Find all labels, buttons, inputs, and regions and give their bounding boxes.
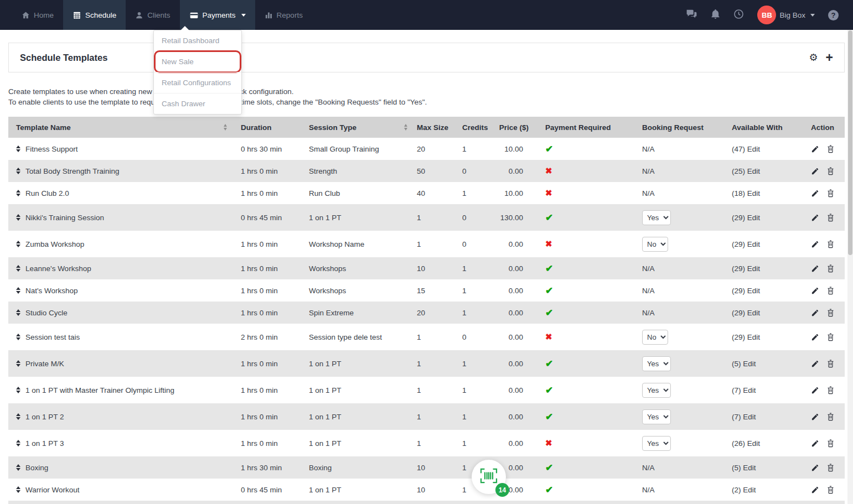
sort-icon[interactable] (404, 124, 407, 131)
edit-pencil-icon[interactable] (811, 464, 819, 472)
available-with-link[interactable]: (27) Edit (722, 501, 803, 504)
account-menu[interactable]: BB Big Box (757, 6, 815, 24)
delete-trash-icon[interactable] (826, 308, 835, 317)
available-with-link[interactable]: (29) Edit (722, 231, 803, 257)
drag-handle-icon[interactable] (16, 146, 20, 152)
drag-handle-icon[interactable] (16, 413, 20, 420)
delete-trash-icon[interactable] (826, 412, 835, 421)
menu-item-retail-dashboard[interactable]: Retail Dashboard (154, 30, 241, 51)
edit-pencil-icon[interactable] (811, 287, 819, 295)
delete-trash-icon[interactable] (826, 386, 835, 394)
delete-trash-icon[interactable] (826, 144, 835, 153)
nav-label-home: Home (34, 11, 54, 19)
drag-handle-icon[interactable] (16, 214, 20, 221)
edit-pencil-icon[interactable] (811, 413, 819, 421)
delete-trash-icon[interactable] (826, 439, 835, 448)
available-with-link[interactable]: (5) Edit (722, 350, 803, 377)
delete-trash-icon[interactable] (826, 463, 835, 472)
available-with-link[interactable]: (29) Edit (722, 204, 803, 231)
available-with-link[interactable]: (29) Edit (722, 324, 803, 350)
bell-icon[interactable] (711, 9, 720, 22)
delete-trash-icon[interactable] (826, 213, 835, 222)
edit-pencil-icon[interactable] (811, 214, 819, 222)
nav-item-clients[interactable]: Clients (126, 0, 179, 30)
booking-request-select[interactable]: Yes (642, 356, 671, 371)
menu-item-new-sale[interactable]: New Sale (154, 51, 241, 72)
drag-handle-icon[interactable] (16, 464, 20, 471)
credits-cell: 0 (451, 324, 495, 350)
settings-gear-icon[interactable]: ⚙ (809, 53, 818, 63)
delete-trash-icon[interactable] (826, 240, 835, 248)
delete-trash-icon[interactable] (826, 485, 835, 494)
menu-item-retail-configurations[interactable]: Retail Configurations (154, 72, 241, 93)
delete-trash-icon[interactable] (826, 286, 835, 295)
drag-handle-icon[interactable] (16, 287, 20, 294)
duration-cell: 1 hrs 0 min (232, 231, 301, 257)
booking-request-select[interactable]: No (642, 237, 668, 252)
drag-handle-icon[interactable] (16, 334, 20, 340)
session-type-cell: Workshops (301, 279, 409, 302)
available-with-link[interactable]: (29) Edit (722, 279, 803, 302)
menu-item-cash-drawer[interactable]: Cash Drawer (154, 93, 241, 114)
edit-pencil-icon[interactable] (811, 386, 819, 394)
drag-handle-icon[interactable] (16, 190, 20, 196)
delete-trash-icon[interactable] (826, 189, 835, 198)
booking-request-select[interactable]: No (642, 330, 668, 345)
booking-request-na: N/A (642, 486, 655, 494)
edit-pencil-icon[interactable] (811, 167, 819, 175)
available-with-link[interactable]: (47) Edit (722, 138, 803, 160)
barcode-scanner-button[interactable]: 14 (472, 460, 506, 494)
clock-icon[interactable] (733, 9, 744, 22)
edit-pencil-icon[interactable] (811, 309, 819, 317)
available-with-link[interactable]: (29) Edit (722, 257, 803, 279)
booking-request-select[interactable]: Yes (642, 383, 671, 398)
drag-handle-icon[interactable] (16, 440, 20, 446)
nav-item-schedule[interactable]: Schedule (63, 0, 126, 30)
available-with-link[interactable]: (7) Edit (722, 377, 803, 403)
drag-handle-icon[interactable] (16, 241, 20, 247)
session-type-cell: Workshops (301, 257, 409, 279)
drag-handle-icon[interactable] (16, 309, 20, 316)
booking-request-select[interactable]: Yes (642, 409, 671, 424)
available-with-link[interactable]: (18) Edit (722, 182, 803, 204)
chat-icon[interactable] (686, 9, 697, 21)
drag-handle-icon[interactable] (16, 486, 20, 493)
available-with-link[interactable]: (29) Edit (722, 302, 803, 324)
page-description: Create templates to use when creating ne… (8, 86, 845, 107)
table-row: Nat's Workshop 1 hrs 0 min Workshops 15 … (8, 279, 845, 302)
edit-pencil-icon[interactable] (811, 240, 819, 248)
nav-item-payments[interactable]: Payments (180, 0, 255, 30)
help-icon[interactable]: ? (828, 10, 839, 20)
drag-handle-icon[interactable] (16, 265, 20, 272)
scrollbar-thumb[interactable] (848, 30, 852, 255)
drag-handle-icon[interactable] (16, 360, 20, 367)
col-action: Action (803, 117, 845, 138)
available-with-link[interactable]: (7) Edit (722, 403, 803, 430)
booking-request-select[interactable]: Yes (642, 210, 671, 225)
drag-handle-icon[interactable] (16, 168, 20, 174)
available-with-link[interactable]: (25) Edit (722, 160, 803, 182)
drag-handle-icon[interactable] (16, 387, 20, 393)
edit-pencil-icon[interactable] (811, 189, 819, 198)
sort-icon[interactable] (224, 124, 227, 131)
delete-trash-icon[interactable] (826, 332, 835, 341)
edit-pencil-icon[interactable] (811, 333, 819, 341)
available-with-link[interactable]: (26) Edit (722, 430, 803, 456)
scrollbar-track[interactable] (847, 30, 853, 504)
max-size-cell: 1 (409, 403, 451, 430)
available-with-link[interactable]: (2) Edit (722, 479, 803, 501)
edit-pencil-icon[interactable] (811, 439, 819, 448)
add-template-icon[interactable]: + (826, 51, 833, 64)
booking-request-select[interactable]: Yes (642, 436, 671, 451)
delete-trash-icon[interactable] (826, 264, 835, 273)
edit-pencil-icon[interactable] (811, 486, 819, 494)
delete-trash-icon[interactable] (826, 167, 835, 175)
edit-pencil-icon[interactable] (811, 145, 819, 153)
edit-pencil-icon[interactable] (811, 360, 819, 368)
nav-item-reports[interactable]: Reports (255, 0, 312, 30)
available-with-link[interactable]: (5) Edit (722, 456, 803, 479)
nav-item-home[interactable]: Home (12, 0, 63, 30)
edit-pencil-icon[interactable] (811, 264, 819, 273)
credits-cell: 1 (451, 403, 495, 430)
delete-trash-icon[interactable] (826, 359, 835, 368)
